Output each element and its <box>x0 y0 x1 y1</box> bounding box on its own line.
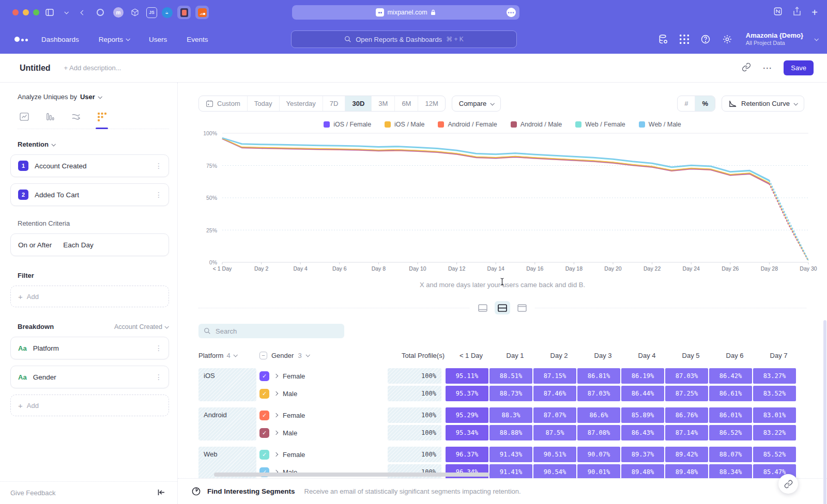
retention-value-cell[interactable]: 91.43% <box>489 447 532 462</box>
gender-column-header[interactable]: − Gender 3 <box>259 352 391 359</box>
day-column-header[interactable]: < 1 Day <box>450 352 493 359</box>
retention-value-cell[interactable]: 86.61% <box>709 386 752 401</box>
range-3m[interactable]: 3M <box>372 96 395 111</box>
pinned-tab-js-icon[interactable]: JS <box>146 7 157 18</box>
retention-value-cell[interactable]: 88.07% <box>709 447 752 462</box>
find-segments-link[interactable]: Find Interesting Segments <box>207 487 295 495</box>
add-description[interactable]: + Add description... <box>64 64 121 72</box>
analyze-uniques-control[interactable]: Analyze Uniques by User <box>18 93 169 101</box>
nav-reports[interactable]: Reports <box>99 36 129 43</box>
retention-value-cell[interactable]: 86.43% <box>621 425 664 440</box>
expand-row-icon[interactable] <box>274 413 278 417</box>
retention-value-cell[interactable]: 88.3% <box>489 407 532 423</box>
pinned-tab-ring-icon[interactable] <box>94 6 107 19</box>
chart-type-selector[interactable]: Retention Curve <box>722 96 804 112</box>
range-30d[interactable]: 30D <box>345 96 372 111</box>
split-view-button[interactable] <box>495 301 510 314</box>
table-search-input[interactable] <box>216 327 329 335</box>
retention-value-cell[interactable]: 86.01% <box>709 407 752 423</box>
retention-value-cell[interactable]: 86.6% <box>577 407 620 423</box>
series-checkbox[interactable]: ✓ <box>259 450 269 460</box>
give-feedback-link[interactable]: Give Feedback <box>10 489 55 497</box>
global-search-button[interactable]: Open Reports & Dashboards ⌘ + K <box>291 30 517 48</box>
series-checkbox[interactable]: ✓ <box>259 371 269 381</box>
retention-value-cell[interactable]: 95.37% <box>446 386 488 401</box>
pinned-tab-red-app-icon[interactable] <box>177 6 191 19</box>
platform-cell[interactable]: iOS <box>198 368 256 401</box>
retention-value-cell[interactable]: 90.54% <box>533 464 576 478</box>
unit-number-button[interactable]: # <box>678 96 695 111</box>
more-options-icon[interactable]: ⋮ <box>155 162 162 170</box>
help-icon[interactable] <box>700 34 711 44</box>
retention-value-cell[interactable]: 91.41% <box>489 464 532 478</box>
nav-dashboards[interactable]: Dashboards <box>41 36 79 43</box>
browser-sidebar-icon[interactable] <box>43 6 56 19</box>
notion-icon[interactable] <box>773 7 783 18</box>
retention-value-cell[interactable]: 87.03% <box>665 368 708 384</box>
day-column-header[interactable]: Day 2 <box>538 352 580 359</box>
retention-value-cell[interactable]: 83.01% <box>753 407 796 423</box>
vertical-scrollbar[interactable] <box>823 320 826 504</box>
expand-row-icon[interactable] <box>274 452 278 456</box>
breakdown-platform[interactable]: Aa Platform ⋮ <box>10 337 169 359</box>
retention-value-cell[interactable]: 95.34% <box>446 425 488 440</box>
new-tab-icon[interactable]: + <box>811 7 818 19</box>
retention-section-header[interactable]: Retention <box>18 140 169 148</box>
line-chart-canvas[interactable] <box>222 133 808 262</box>
retention-value-cell[interactable]: 87.07% <box>533 407 576 423</box>
legend-item[interactable]: Web / Female <box>575 121 625 128</box>
day-column-header[interactable]: Day 4 <box>625 352 668 359</box>
more-options-icon[interactable]: ⋯ <box>762 62 772 74</box>
retention-value-cell[interactable]: 86.76% <box>665 407 708 423</box>
day-column-header[interactable]: Day 3 <box>581 352 624 359</box>
retention-value-cell[interactable]: 90.07% <box>577 447 620 462</box>
select-all-checkbox[interactable]: − <box>259 352 267 359</box>
retention-value-cell[interactable]: 87.08% <box>577 425 620 440</box>
retention-value-cell[interactable]: 89.48% <box>665 464 708 478</box>
copy-report-link-button[interactable] <box>778 474 798 494</box>
retention-value-cell[interactable]: 83.27% <box>753 368 796 384</box>
retention-value-cell[interactable]: 87.5% <box>533 425 576 440</box>
retention-value-cell[interactable]: 83.52% <box>753 386 796 401</box>
retention-step-1[interactable]: 1 Account Created ⋮ <box>10 154 169 177</box>
breakdown-scope-selector[interactable]: Account Created <box>114 323 168 330</box>
legend-item[interactable]: Android / Female <box>438 121 497 128</box>
retention-value-cell[interactable]: 87.15% <box>533 368 576 384</box>
day-column-header[interactable]: Day 5 <box>669 352 712 359</box>
expand-row-icon[interactable] <box>274 374 278 378</box>
unit-percent-button[interactable]: % <box>695 96 715 111</box>
retention-value-cell[interactable]: 87.14% <box>665 425 708 440</box>
legend-item[interactable]: iOS / Male <box>385 121 424 128</box>
breakdown-gender[interactable]: Aa Gender ⋮ <box>10 366 169 388</box>
retention-value-cell[interactable]: 88.51% <box>489 368 532 384</box>
apps-grid-icon[interactable] <box>680 35 689 44</box>
retention-value-cell[interactable]: 85.52% <box>753 447 796 462</box>
total-profiles-header[interactable]: Total Profile(s) <box>391 352 445 359</box>
series-checkbox[interactable]: ✓ <box>259 389 269 399</box>
compare-button[interactable]: Compare <box>452 96 501 112</box>
more-options-icon[interactable]: ⋮ <box>155 344 162 352</box>
legend-item[interactable]: iOS / Female <box>324 121 371 128</box>
series-line-incomplete[interactable] <box>769 180 808 260</box>
range-12m[interactable]: 12M <box>418 96 445 111</box>
retention-value-cell[interactable]: 85.89% <box>621 407 664 423</box>
retention-value-cell[interactable]: 87.25% <box>665 386 708 401</box>
url-bar[interactable]: mixpanel.com ••• <box>292 5 519 20</box>
range-7d[interactable]: 7D <box>323 96 346 111</box>
add-filter-button[interactable]: + Add <box>10 286 169 307</box>
chevron-down-icon[interactable] <box>60 6 72 19</box>
retention-value-cell[interactable]: 88.73% <box>489 386 532 401</box>
retention-step-2[interactable]: 2 Added To Cart ⋮ <box>10 183 169 206</box>
expand-row-icon[interactable] <box>274 391 278 396</box>
retention-value-cell[interactable]: 95.29% <box>446 407 488 423</box>
pinned-tab-cube-icon[interactable] <box>128 6 142 19</box>
retention-value-cell[interactable]: 90.51% <box>533 447 576 462</box>
report-title[interactable]: Untitled <box>20 64 51 73</box>
series-checkbox[interactable]: ✓ <box>259 428 269 438</box>
range-custom[interactable]: Custom <box>199 96 248 111</box>
close-window-button[interactable] <box>12 9 19 15</box>
series-checkbox[interactable]: ✓ <box>259 411 269 420</box>
save-button[interactable]: Save <box>784 60 814 75</box>
pinned-tab-soundcloud-icon[interactable] <box>195 6 209 19</box>
nav-users[interactable]: Users <box>149 36 167 43</box>
